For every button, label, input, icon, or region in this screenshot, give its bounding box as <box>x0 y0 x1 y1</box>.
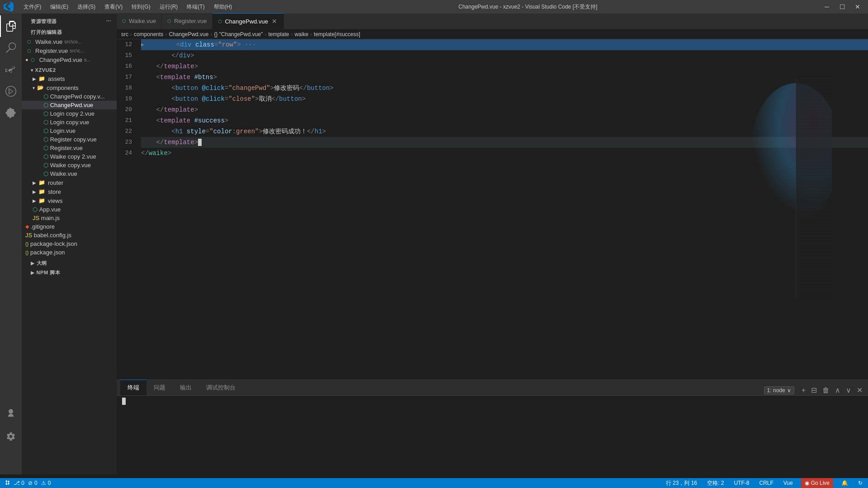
breadcrumb-scope[interactable]: {} "ChangePwd.vue" <box>214 31 263 38</box>
activity-extensions-icon[interactable] <box>0 102 22 124</box>
tree-item-appvue[interactable]: ⬡ App.vue <box>22 205 117 214</box>
open-editors-section[interactable]: 打开的编辑器 <box>22 28 117 37</box>
activity-source-control-icon[interactable] <box>0 59 22 80</box>
tab-changepwd[interactable]: ⬡ ChangePwd.vue ✕ <box>212 13 283 29</box>
panel-close-button[interactable]: ✕ <box>855 385 864 395</box>
breadcrumb-file[interactable]: ChangePwd.vue <box>169 31 208 38</box>
store-chevron-icon: ▶ <box>33 189 36 194</box>
panel-area: 终端 问题 输出 调试控制台 1: node ∨ + ⊟ 🗑 ∧ ∨ ✕ <box>117 380 868 474</box>
code-line-22: < h1 style = " color : green " > 修改密码成功！… <box>141 126 868 137</box>
tab-register[interactable]: ⬡ Register.vue <box>162 13 212 29</box>
project-section[interactable]: ▾ XZVUE2 <box>22 66 117 74</box>
code-line-21: < template #success > <box>141 115 868 126</box>
status-spaces[interactable]: 空格: 2 <box>705 478 726 488</box>
menu-file[interactable]: 文件(F) <box>20 2 45 12</box>
tree-item-components[interactable]: ▾ 📂 components <box>22 83 117 92</box>
panel-tab-terminal[interactable]: 终端 <box>120 380 146 395</box>
status-language[interactable]: Vue <box>782 478 795 488</box>
status-cursor-pos[interactable]: 行 23，列 16 <box>664 478 699 488</box>
status-bar-right: 行 23，列 16 空格: 2 UTF-8 CRLF Vue ◉ Go Live… <box>664 478 864 488</box>
panel-up-button[interactable]: ∧ <box>833 385 842 395</box>
menu-edit[interactable]: 编辑(E) <box>47 2 72 12</box>
vue-icon-9: ⬡ <box>43 162 48 169</box>
activity-settings-icon[interactable] <box>0 426 22 447</box>
terminal-selector[interactable]: 1: node ∨ <box>764 386 794 394</box>
breadcrumb-src[interactable]: src <box>121 31 128 38</box>
open-editor-waike[interactable]: ⬡ Waike.vue src\co... <box>22 37 117 46</box>
tree-item-router[interactable]: ▶ 📁 router <box>22 178 117 187</box>
tree-item-assets[interactable]: ▶ 📁 assets <box>22 74 117 83</box>
status-go-live[interactable]: ◉ Go Live <box>801 478 833 488</box>
tree-item-login-copy2[interactable]: ⬡ Login copy 2.vue <box>22 109 117 118</box>
activity-search-icon[interactable] <box>0 37 22 59</box>
editor-area[interactable]: 12 15 16 17 18 19 20 21 22 23 24 ▶ < div… <box>117 39 868 393</box>
tree-item-pkg[interactable]: {} package.json <box>22 248 117 257</box>
sidebar-menu-button[interactable]: ··· <box>106 18 111 23</box>
activity-accounts-icon[interactable] <box>0 402 22 424</box>
folder-open-icon: 📂 <box>37 84 44 91</box>
tree-item-register-copy[interactable]: ⬡ Register copy.vue <box>22 135 117 144</box>
tree-item-views[interactable]: ▶ 📁 views <box>22 196 117 205</box>
tree-item-changepwd[interactable]: ⬡ ChangePwd.vue <box>22 101 117 109</box>
outline-section[interactable]: ▶ 大纲 <box>22 258 117 268</box>
vscode-logo-icon <box>4 2 14 12</box>
close-button[interactable]: ✕ <box>851 2 864 11</box>
menu-view[interactable]: 查看(V) <box>101 2 126 12</box>
status-sync[interactable]: ↻ <box>856 478 864 488</box>
maximize-button[interactable]: ☐ <box>835 2 849 11</box>
tree-item-waike[interactable]: ⬡ Waike.vue <box>22 169 117 178</box>
tab-waike[interactable]: ⬡ Waike.vue <box>117 13 162 29</box>
status-git-branch[interactable]: ⎇ 0 ⊘ 0 ⚠ 0 <box>4 478 52 488</box>
breadcrumb-success[interactable]: template[#success] <box>314 31 360 38</box>
open-editor-register[interactable]: ⬡ Register.vue src\c... <box>22 46 117 55</box>
tree-item-waike-copy2[interactable]: ⬡ Waike copy 2.vue <box>22 152 117 161</box>
menu-run[interactable]: 运行(R) <box>156 2 182 12</box>
tree-item-mainjs[interactable]: JS main.js <box>22 214 117 222</box>
window-controls[interactable]: ─ ☐ ✕ <box>820 2 864 11</box>
npm-scripts-section[interactable]: ▶ NPM 脚本 <box>22 268 117 277</box>
menu-goto[interactable]: 转到(G) <box>128 2 154 12</box>
fold-arrow-12[interactable]: ▶ <box>141 39 144 50</box>
title-bar-menu[interactable]: 文件(F) 编辑(E) 选择(S) 查看(V) 转到(G) 运行(R) 终端(T… <box>20 2 236 12</box>
panel-content[interactable] <box>117 396 868 474</box>
panel-tab-output[interactable]: 输出 <box>173 380 199 395</box>
menu-help[interactable]: 帮助(H) <box>210 2 236 12</box>
terminal-cursor <box>122 398 126 405</box>
tab-close-button[interactable]: ✕ <box>271 17 278 26</box>
activity-run-icon[interactable] <box>0 80 22 102</box>
status-line-ending[interactable]: CRLF <box>757 478 775 488</box>
tree-item-login-copy[interactable]: ⬡ Login copy.vue <box>22 118 117 127</box>
code-content[interactable]: ▶ < div class = "row" > ··· </ div > <box>139 39 868 393</box>
tree-item-login[interactable]: ⬡ Login.vue <box>22 127 117 135</box>
tree-item-store[interactable]: ▶ 📁 store <box>22 187 117 196</box>
panel-tab-debug[interactable]: 调试控制台 <box>199 380 243 395</box>
breadcrumb-components[interactable]: components <box>134 31 163 38</box>
selector-chevron-icon: ∨ <box>787 387 791 394</box>
activity-explorer-icon[interactable] <box>0 15 22 37</box>
minimize-button[interactable]: ─ <box>820 2 834 11</box>
split-terminal-button[interactable]: ⊟ <box>809 385 819 395</box>
breadcrumb-waike[interactable]: waike <box>294 31 308 38</box>
tree-item-pkglock[interactable]: {} package-lock.json <box>22 239 117 248</box>
tree-item-changepwd-copy[interactable]: ⬡ ChangePwd copy.v... <box>22 92 117 101</box>
panel-tab-problems[interactable]: 问题 <box>146 380 173 395</box>
new-terminal-button[interactable]: + <box>800 385 807 395</box>
panel-down-button[interactable]: ∨ <box>844 385 853 395</box>
sidebar: 资源管理器 ··· 打开的编辑器 ⬡ Waike.vue src\co... ⬡… <box>22 14 117 474</box>
tab-waike-label: Waike.vue <box>129 18 156 24</box>
vue-file-icon: ⬡ <box>25 38 33 45</box>
tree-item-waike-copy[interactable]: ⬡ Waike copy.vue <box>22 161 117 169</box>
tree-item-register[interactable]: ⬡ Register.vue <box>22 144 117 152</box>
views-folder-icon: 📁 <box>38 197 45 204</box>
breadcrumb-template[interactable]: template <box>268 31 289 38</box>
tree-item-babel[interactable]: JS babel.config.js <box>22 231 117 239</box>
status-encoding[interactable]: UTF-8 <box>732 478 751 488</box>
menu-select[interactable]: 选择(S) <box>74 2 99 12</box>
js-icon-babel: JS <box>25 232 32 239</box>
menu-terminal[interactable]: 终端(T) <box>183 2 208 12</box>
router-folder-icon: 📁 <box>38 179 45 186</box>
open-editor-changepwd[interactable]: ● ⬡ ChangePwd.vue s... <box>22 55 117 64</box>
status-bell[interactable]: 🔔 <box>840 478 850 488</box>
trash-button[interactable]: 🗑 <box>821 385 831 395</box>
tree-item-gitignore[interactable]: ◆ .gitignore <box>22 222 117 231</box>
